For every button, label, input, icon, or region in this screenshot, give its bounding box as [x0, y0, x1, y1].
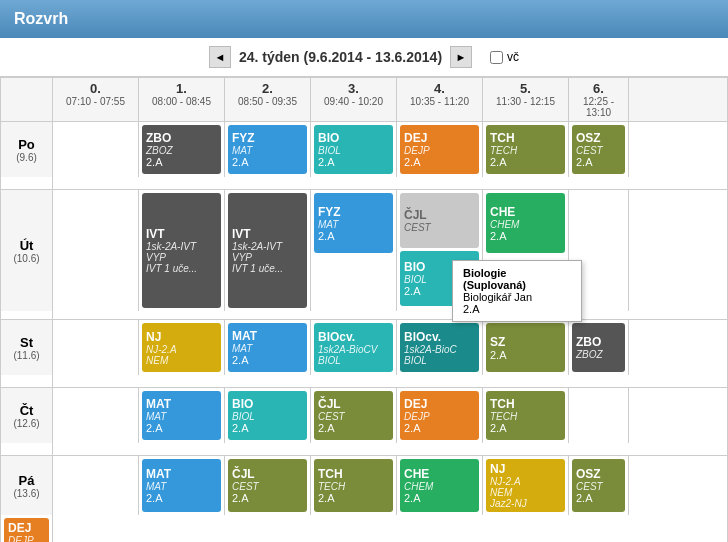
cell-ct-3[interactable]: ČJL CEST 2.A — [311, 388, 397, 443]
row-po: Po (9.6) ZBO ZBOZ 2.A FYZ MAT 2.A — [1, 122, 727, 190]
cell-pa-6[interactable]: OSZ CEST 2.A — [569, 456, 629, 515]
lesson-ivt2-ut[interactable]: IVT 1sk-2A-IVT VYP IVT 1 uče... — [228, 193, 307, 308]
cell-st-4[interactable]: BIOcv. 1sk2A-BioC BIOL — [397, 320, 483, 375]
col-header-2: 2. 08:50 - 09:35 — [225, 78, 311, 121]
cell-st-7 — [1, 375, 53, 387]
cell-ut-4[interactable]: ČJL CEST BIO BIOL 2.A Biologie (Suplovan… — [397, 190, 483, 311]
cell-pa-2[interactable]: ČJL CEST 2.A — [225, 456, 311, 515]
cell-ct-1[interactable]: MAT MAT 2.A — [139, 388, 225, 443]
cell-ct-0 — [53, 388, 139, 443]
lesson-che-pa[interactable]: CHE CHEM 2.A — [400, 459, 479, 512]
cell-st-1[interactable]: NJ NJ-2.A NEM — [139, 320, 225, 375]
col-header-4: 4. 10:35 - 11:20 — [397, 78, 483, 121]
lesson-osz-pa[interactable]: OSZ CEST 2.A — [572, 459, 625, 512]
app-container: Rozvrh ◄ 24. týden (9.6.2014 - 13.6.2014… — [0, 0, 728, 542]
cell-po-6[interactable]: OSZ CEST 2.A — [569, 122, 629, 177]
day-label-pa: Pá (13.6) — [1, 456, 53, 515]
prev-week-button[interactable]: ◄ — [209, 46, 231, 68]
cell-st-5[interactable]: SZ 2.A — [483, 320, 569, 375]
cell-ct-5[interactable]: TCH TECH 2.A — [483, 388, 569, 443]
corner-cell — [1, 78, 53, 121]
cell-pa-1[interactable]: MAT MAT 2.A — [139, 456, 225, 515]
cell-ut-5[interactable]: CHE CHEM 2.A — [483, 190, 569, 311]
cell-pa-5[interactable]: NJ NJ-2.A NEM Jaz2-NJ — [483, 456, 569, 515]
cell-ut-6 — [569, 190, 629, 311]
lesson-bio-ut[interactable]: BIO BIOL 2.A — [400, 251, 479, 306]
show-more-checkbox[interactable] — [490, 51, 503, 64]
day-label-ut: Út (10.6) — [1, 190, 53, 311]
day-label-ct: Čt (12.6) — [1, 388, 53, 443]
lesson-sz-st[interactable]: SZ 2.A — [486, 323, 565, 372]
lesson-biocv2-st[interactable]: BIOcv. 1sk2A-BioC BIOL — [400, 323, 479, 372]
cell-st-3[interactable]: BIOcv. 1sk2A-BioCV BIOL — [311, 320, 397, 375]
next-week-button[interactable]: ► — [450, 46, 472, 68]
lesson-che-ut[interactable]: CHE CHEM 2.A — [486, 193, 565, 253]
col-header-0: 0. 07:10 - 07:55 — [53, 78, 139, 121]
lesson-tch-ct[interactable]: TCH TECH 2.A — [486, 391, 565, 440]
cell-ut-0 — [53, 190, 139, 311]
cell-po-1[interactable]: ZBO ZBOZ 2.A — [139, 122, 225, 177]
cell-po-0 — [53, 122, 139, 177]
cell-ut-1[interactable]: IVT 1sk-2A-IVT VYP IVT 1 uče... — [139, 190, 225, 311]
col-header-6: 6. 12:25 - 13:10 — [569, 78, 629, 121]
cell-po-2[interactable]: FYZ MAT 2.A — [225, 122, 311, 177]
cell-ct-4[interactable]: DEJ DEJP 2.A — [397, 388, 483, 443]
row-ct: Čt (12.6) MAT MAT 2.A BIO BIOL 2.A — [1, 388, 727, 456]
lesson-nj-st[interactable]: NJ NJ-2.A NEM — [142, 323, 221, 372]
lesson-dej-ct[interactable]: DEJ DEJP 2.A — [400, 391, 479, 440]
lesson-zbo-st[interactable]: ZBO ZBOZ — [572, 323, 625, 372]
lesson-biocv1-st[interactable]: BIOcv. 1sk2A-BioCV BIOL — [314, 323, 393, 372]
cell-ct-6 — [569, 388, 629, 443]
cell-st-0 — [53, 320, 139, 375]
row-ut: Út (10.6) IVT 1sk-2A-IVT VYP IVT 1 uče..… — [1, 190, 727, 320]
nav-bar: ◄ 24. týden (9.6.2014 - 13.6.2014) ► vč — [0, 38, 728, 77]
row-st: St (11.6) NJ NJ-2.A NEM MAT MAT 2.A — [1, 320, 727, 388]
lesson-bio-ct[interactable]: BIO BIOL 2.A — [228, 391, 307, 440]
cell-po-3[interactable]: BIO BIOL 2.A — [311, 122, 397, 177]
checkbox-label: vč — [507, 50, 519, 64]
app-title: Rozvrh — [14, 10, 68, 27]
lesson-mat-pa[interactable]: MAT MAT 2.A — [142, 459, 221, 512]
col-header-row: 0. 07:10 - 07:55 1. 08:00 - 08:45 2. 08:… — [1, 78, 727, 122]
col-header-1: 1. 08:00 - 08:45 — [139, 78, 225, 121]
lesson-bio-po[interactable]: BIO BIOL 2.A — [314, 125, 393, 174]
week-label: 24. týden (9.6.2014 - 13.6.2014) — [239, 49, 442, 65]
lesson-cjl-ut[interactable]: ČJL CEST — [400, 193, 479, 248]
lesson-nj-pa[interactable]: NJ NJ-2.A NEM Jaz2-NJ — [486, 459, 565, 512]
cell-pa-7[interactable]: DEJ DEJP 2.A — [1, 515, 53, 542]
cell-ut-2[interactable]: IVT 1sk-2A-IVT VYP IVT 1 uče... — [225, 190, 311, 311]
schedule-grid: 0. 07:10 - 07:55 1. 08:00 - 08:45 2. 08:… — [0, 77, 728, 542]
col-header-3: 3. 09:40 - 10:20 — [311, 78, 397, 121]
day-label-st: St (11.6) — [1, 320, 53, 375]
cell-st-2[interactable]: MAT MAT 2.A — [225, 320, 311, 375]
lesson-cjl-pa[interactable]: ČJL CEST 2.A — [228, 459, 307, 512]
lesson-tch-po[interactable]: TCH TECH 2.A — [486, 125, 565, 174]
lesson-fyz-po[interactable]: FYZ MAT 2.A — [228, 125, 307, 174]
cell-ct-2[interactable]: BIO BIOL 2.A — [225, 388, 311, 443]
lesson-mat-st[interactable]: MAT MAT 2.A — [228, 323, 307, 372]
header-bar: Rozvrh — [0, 0, 728, 38]
lesson-zbo-po[interactable]: ZBO ZBOZ 2.A — [142, 125, 221, 174]
checkbox-area: vč — [490, 50, 519, 64]
cell-po-4[interactable]: DEJ DEJP 2.A — [397, 122, 483, 177]
lesson-tch-pa[interactable]: TCH TECH 2.A — [314, 459, 393, 512]
cell-ct-7 — [1, 443, 53, 455]
col-header-5: 5. 11:30 - 12:15 — [483, 78, 569, 121]
day-label-po: Po (9.6) — [1, 122, 53, 177]
row-pa: Pá (13.6) MAT MAT 2.A ČJL CEST 2.A — [1, 456, 727, 542]
lesson-osz-po[interactable]: OSZ CEST 2.A — [572, 125, 625, 174]
lesson-fyz-ut[interactable]: FYZ MAT 2.A — [314, 193, 393, 253]
lesson-dej-pa[interactable]: DEJ DEJP 2.A — [4, 518, 49, 542]
cell-pa-3[interactable]: TCH TECH 2.A — [311, 456, 397, 515]
cell-po-7 — [1, 177, 53, 189]
cell-ut-7 — [1, 311, 53, 319]
lesson-mat-ct[interactable]: MAT MAT 2.A — [142, 391, 221, 440]
cell-pa-4[interactable]: CHE CHEM 2.A — [397, 456, 483, 515]
cell-st-6[interactable]: ZBO ZBOZ — [569, 320, 629, 375]
cell-po-5[interactable]: TCH TECH 2.A — [483, 122, 569, 177]
lesson-ivt1-ut[interactable]: IVT 1sk-2A-IVT VYP IVT 1 uče... — [142, 193, 221, 308]
lesson-dej-po[interactable]: DEJ DEJP 2.A — [400, 125, 479, 174]
cell-pa-0 — [53, 456, 139, 515]
lesson-cjl-ct[interactable]: ČJL CEST 2.A — [314, 391, 393, 440]
cell-ut-3[interactable]: FYZ MAT 2.A — [311, 190, 397, 311]
